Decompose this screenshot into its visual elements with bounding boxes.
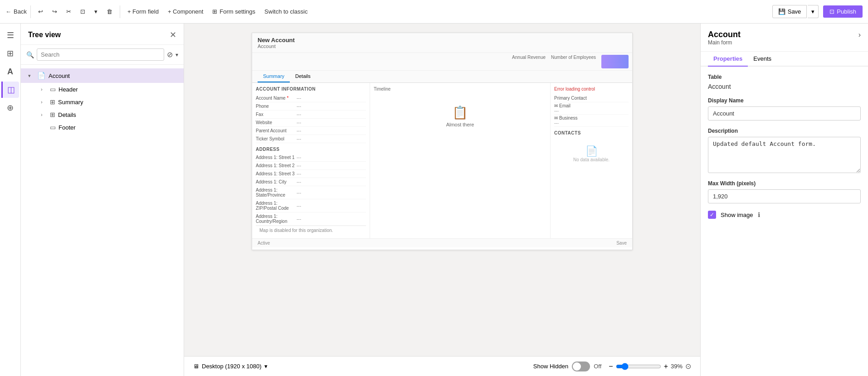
delete-icon: 🗑 (107, 8, 112, 15)
website-val: --- (297, 120, 301, 125)
header-icon: ▭ (50, 86, 56, 93)
tree-items: ▾ 📄 Account › ▭ Header › ⊞ Summary › ⊞ D… (21, 65, 184, 376)
field-ticker-symbol: Ticker Symbol --- (256, 135, 366, 143)
redo-icon: ↪ (52, 8, 57, 15)
tree-item-header[interactable]: › ▭ Header (21, 83, 184, 96)
publish-button[interactable]: ⊡ Publish (823, 5, 863, 18)
field-account-name: Account Name * --- (256, 94, 366, 102)
desktop-selector[interactable]: 🖥 Desktop (1920 x 1080) ▾ (193, 363, 268, 370)
map-disabled-notice: Map is disabled for this organization. (256, 226, 366, 235)
show-image-row: ✓ Show image ℹ (708, 211, 861, 219)
field-street1: Address 1: Street 1 --- (256, 154, 366, 162)
contacts-no-data: No data available. (573, 157, 610, 162)
address-section-title: ADDRESS (256, 147, 366, 152)
sidebar-item-hamburger[interactable]: ☰ (2, 27, 19, 43)
tree-panel: Tree view ✕ 🔍 ⊘ ▾ ▾ 📄 Account › (21, 24, 184, 376)
zoom-level: 39% (671, 363, 683, 370)
footer-icon: ▭ (50, 124, 56, 131)
save-button[interactable]: 💾 Save (772, 5, 807, 18)
street3-label: Address 1: Street 3 (256, 171, 297, 176)
form-settings-button[interactable]: ⊞ Form settings (209, 6, 259, 17)
filter-caret-button[interactable]: ▾ (176, 52, 178, 58)
prop-group-display-name: Display Name (708, 97, 861, 121)
chevron-right-icon: › (858, 31, 861, 39)
street2-label: Address 1: Street 2 (256, 163, 297, 168)
zoom-plus-icon: + (664, 362, 668, 370)
component-button[interactable]: + Component (164, 6, 207, 17)
max-width-input[interactable] (708, 189, 861, 203)
toolbar-separator-1 (30, 5, 31, 18)
search-input[interactable] (37, 48, 164, 61)
preview-title: New Account (258, 37, 627, 43)
properties-panel: Account › Main form Properties Events Ta… (700, 24, 868, 376)
expand-icon-summary: › (41, 99, 47, 105)
preview-middle-column: Timeline 📋 Almost there (370, 83, 551, 238)
form-preview: New Account Account Annual Revenue Numbe… (252, 33, 633, 250)
tree-close-button[interactable]: ✕ (170, 30, 176, 40)
switch-classic-button[interactable]: Switch to classic (261, 6, 311, 17)
sidebar-item-components[interactable]: ⊕ (2, 100, 19, 116)
toggle-knob (573, 362, 581, 371)
delete-button[interactable]: 🗑 (103, 6, 116, 17)
cut-button[interactable]: ✂ (63, 6, 75, 17)
toolbar: ← Back ↩ ↪ ✂ ⊡ ▾ 🗑 + Form field + Compon… (0, 0, 868, 24)
cut-icon: ✂ (66, 8, 71, 15)
undo-button[interactable]: ↩ (34, 6, 47, 17)
sidebar-item-grid[interactable]: ⊞ (2, 45, 19, 62)
preview-tab-details[interactable]: Details (290, 71, 316, 82)
preview-right-column: Error loading control Primary Contact ✉ … (551, 83, 632, 238)
info-icon[interactable]: ℹ (758, 211, 760, 218)
preview-top-bar: Annual Revenue Number of Employees (252, 53, 632, 71)
email-field-label: Email (559, 103, 571, 108)
business-icon: ✉ (554, 116, 558, 121)
tree-item-details[interactable]: › ⊞ Details (21, 108, 184, 121)
toolbar-separator-2 (120, 5, 120, 18)
prop-group-max-width: Max Width (pixels) (708, 180, 861, 203)
props-tab-properties[interactable]: Properties (708, 52, 748, 67)
prop-group-description: Description Updated default Account form… (708, 128, 861, 173)
parent-account-val: --- (297, 128, 301, 133)
back-button[interactable]: ← Back (5, 8, 27, 15)
display-name-input[interactable] (708, 106, 861, 121)
props-body: Table Account Display Name Description U… (701, 67, 868, 226)
zoom-plus-button[interactable]: + (664, 362, 668, 371)
publish-icon: ⊡ (829, 8, 834, 15)
field-phone: Phone --- (256, 102, 366, 111)
expand-icon-account: ▾ (28, 73, 34, 79)
filter-button[interactable]: ⊘ (167, 50, 173, 59)
tree-item-account[interactable]: ▾ 📄 Account (21, 68, 184, 83)
state-label: Address 1: State/Province (256, 188, 297, 198)
right-field-primary-contact: Primary Contact (554, 94, 629, 102)
form-settings-icon: ⊞ (212, 8, 217, 15)
sidebar-item-layers[interactable]: ◫ (1, 82, 19, 98)
component-label: + Component (168, 8, 203, 15)
publish-label: Publish (837, 8, 856, 15)
props-chevron-button[interactable]: › (858, 31, 861, 39)
props-header: Account › Main form (701, 24, 868, 52)
save-group: 💾 Save ▾ ⊡ Publish (772, 5, 863, 18)
preview-save: Save (616, 241, 627, 246)
save-caret-button[interactable]: ▾ (808, 5, 819, 18)
preview-tab-summary[interactable]: Summary (258, 71, 290, 82)
description-textarea[interactable]: Updated default Account form. (708, 137, 861, 173)
props-tab-events[interactable]: Events (748, 52, 777, 67)
save-label: Save (788, 8, 801, 15)
show-image-checkbox[interactable]: ✓ (708, 211, 716, 219)
zoom-minus-button[interactable]: − (609, 362, 613, 371)
dropdown-button[interactable]: ▾ (91, 6, 101, 17)
field-fax: Fax --- (256, 111, 366, 119)
tree-item-summary[interactable]: › ⊞ Summary (21, 96, 184, 108)
zoom-slider[interactable] (616, 363, 661, 370)
form-field-button[interactable]: + Form field (124, 6, 162, 17)
preview-header: New Account Account (252, 33, 632, 53)
field-city: Address 1: City --- (256, 178, 366, 186)
field-website: Website --- (256, 119, 366, 127)
redo-button[interactable]: ↪ (49, 6, 61, 17)
tree-item-footer[interactable]: › ▭ Footer (21, 121, 184, 134)
show-hidden-toggle[interactable] (572, 362, 590, 371)
fit-to-screen-icon[interactable]: ⊙ (685, 362, 691, 371)
copy-button[interactable]: ⊡ (77, 6, 89, 17)
prop-group-table: Table Account (708, 74, 861, 90)
switch-classic-label: Switch to classic (264, 8, 307, 15)
sidebar-item-text[interactable]: A (2, 63, 19, 80)
